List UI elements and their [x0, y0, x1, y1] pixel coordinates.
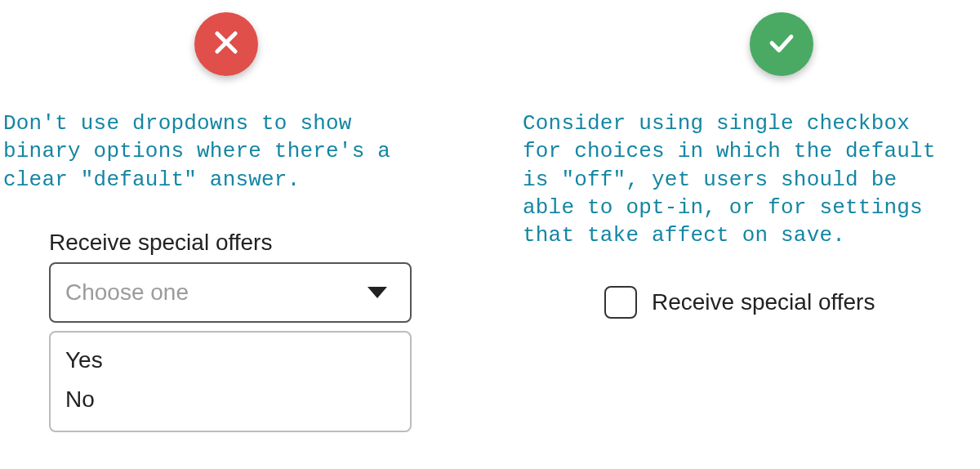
dropdown-select[interactable]: Choose one	[49, 262, 412, 323]
dont-advice-text: Don't use dropdowns to show binary optio…	[3, 109, 480, 194]
do-column: Consider using single checkbox for choic…	[519, 3, 977, 432]
dropdown-field-label: Receive special offers	[49, 230, 412, 256]
offers-checkbox-label: Receive special offers	[652, 289, 875, 315]
dropdown-option-no[interactable]: No	[51, 380, 410, 419]
dont-badge	[194, 12, 258, 76]
check-icon	[766, 27, 797, 61]
checkbox-example: Receive special offers	[604, 286, 977, 319]
dropdown-example: Receive special offers Choose one Yes No	[49, 230, 412, 432]
do-badge	[750, 12, 813, 76]
chevron-down-icon	[368, 287, 387, 298]
dropdown-option-yes[interactable]: Yes	[51, 341, 410, 380]
dropdown-options-panel: Yes No	[49, 331, 412, 432]
do-advice-text: Consider using single checkbox for choic…	[523, 109, 977, 250]
cross-icon	[211, 27, 242, 61]
offers-checkbox[interactable]	[604, 286, 637, 319]
dont-column: Don't use dropdowns to show binary optio…	[0, 3, 480, 432]
dropdown-placeholder: Choose one	[65, 279, 189, 306]
